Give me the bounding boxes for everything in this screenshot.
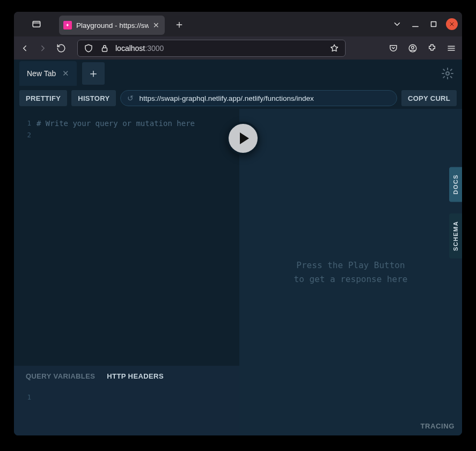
editor-gutter: 1 2	[14, 117, 36, 366]
svg-point-5	[446, 72, 449, 75]
reload-endpoint-icon[interactable]: ↺	[127, 94, 134, 102]
tab-http-headers[interactable]: HTTP HEADERS	[107, 372, 164, 380]
extensions-icon[interactable]	[427, 43, 437, 54]
add-playground-tab-button[interactable]: ＋	[82, 62, 105, 85]
browser-titlebar: ✦ Playground - https://swa ✕ ＋	[14, 12, 462, 36]
reload-button[interactable]	[56, 43, 67, 54]
endpoint-input[interactable]	[139, 94, 390, 102]
svg-rect-0	[33, 21, 40, 27]
bottom-tabbar: QUERY VARIABLES HTTP HEADERS	[14, 366, 239, 386]
graphql-playground: New Tab ✕ ＋ PRETTIFY HISTORY ↺ COPY CURL…	[14, 60, 462, 435]
svg-rect-1	[431, 22, 436, 27]
hamburger-menu-icon[interactable]	[446, 43, 457, 54]
playground-tabbar: New Tab ✕ ＋	[14, 60, 462, 87]
account-icon[interactable]	[407, 43, 418, 54]
nav-forward-button[interactable]	[38, 43, 48, 54]
browser-tab[interactable]: ✦ Playground - https://swa ✕	[59, 16, 165, 35]
headers-gutter: 1	[14, 391, 36, 435]
settings-gear-icon[interactable]	[438, 64, 457, 83]
browser-tab-title: Playground - https://swa	[76, 21, 149, 29]
browser-window: ✦ Playground - https://swa ✕ ＋ localhost…	[14, 12, 462, 435]
query-editor[interactable]: 1 2 # Write your query or mutation here	[14, 109, 239, 366]
editor-placeholder-comment: # Write your query or mutation here	[36, 117, 239, 129]
minimize-window-button[interactable]	[406, 15, 424, 33]
tabs-dropdown-icon[interactable]	[388, 15, 406, 33]
maximize-window-button[interactable]	[424, 15, 443, 33]
endpoint-bar[interactable]: ↺	[120, 90, 397, 106]
bookmark-star-icon[interactable]	[329, 43, 340, 54]
query-editor-column: 1 2 # Write your query or mutation here …	[14, 109, 239, 435]
close-tab-icon[interactable]: ✕	[153, 21, 159, 29]
shield-icon	[83, 43, 94, 54]
http-headers-editor[interactable]: 1	[14, 386, 239, 435]
new-browser-tab-button[interactable]: ＋	[170, 15, 188, 33]
close-window-button[interactable]	[446, 18, 458, 30]
close-playground-tab-icon[interactable]: ✕	[62, 69, 69, 78]
playground-tab-label: New Tab	[27, 69, 56, 78]
playground-tab[interactable]: New Tab ✕	[19, 61, 77, 86]
lock-icon	[99, 43, 110, 54]
prettify-button[interactable]: PRETTIFY	[19, 90, 67, 106]
svg-rect-2	[102, 48, 107, 51]
playground-toolbar: PRETTIFY HISTORY ↺ COPY CURL	[14, 87, 462, 109]
playground-main: 1 2 # Write your query or mutation here …	[14, 109, 462, 435]
pocket-icon[interactable]	[388, 43, 399, 54]
tracing-toggle[interactable]: TRACING	[421, 422, 455, 430]
response-placeholder: Press the Play Button to get a response …	[294, 258, 408, 286]
play-button[interactable]	[226, 122, 260, 155]
browser-toolbar: localhost:3000	[14, 36, 462, 60]
copy-curl-button[interactable]: COPY CURL	[401, 90, 457, 106]
url-bar[interactable]: localhost:3000	[77, 40, 346, 57]
firefox-view-icon[interactable]	[14, 19, 59, 29]
url-text: localhost:3000	[115, 44, 324, 53]
schema-drawer-handle[interactable]: SCHEMA	[449, 213, 462, 258]
docs-drawer-handle[interactable]: DOCS	[449, 167, 462, 202]
graphql-favicon: ✦	[63, 21, 72, 29]
editor-body[interactable]: # Write your query or mutation here	[36, 117, 239, 366]
side-drawer-handles: DOCS SCHEMA	[449, 167, 462, 258]
response-panel: Press the Play Button to get a response …	[239, 109, 462, 435]
nav-back-button[interactable]	[19, 43, 30, 54]
tab-query-variables[interactable]: QUERY VARIABLES	[26, 372, 95, 380]
svg-point-4	[412, 46, 414, 49]
history-button[interactable]: HISTORY	[71, 90, 116, 106]
